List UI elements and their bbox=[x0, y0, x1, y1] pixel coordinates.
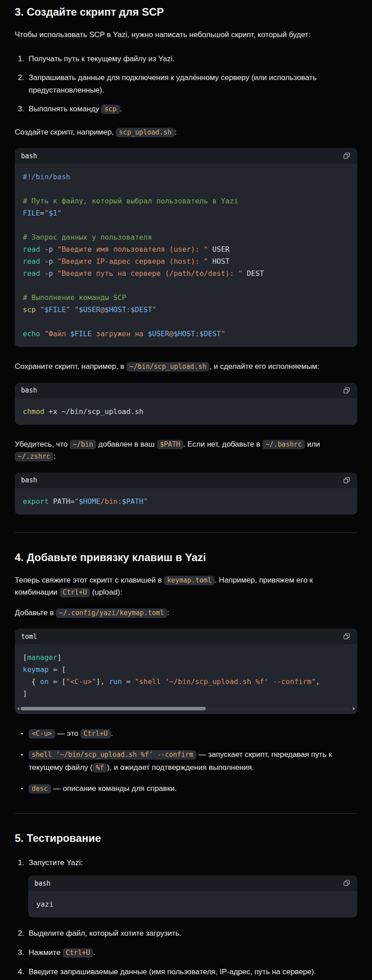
copy-icon bbox=[343, 477, 350, 484]
code-token: +x ~/bin/scp_upload.sh bbox=[44, 407, 144, 416]
code-token: ] bbox=[57, 653, 62, 662]
code-language-label: bash bbox=[21, 386, 37, 394]
scroll-right-arrow-icon[interactable] bbox=[353, 707, 355, 710]
code-token: "<C-u>" bbox=[66, 677, 96, 686]
code-token: = [ bbox=[49, 665, 66, 674]
code-token: # Запрос данных у пользователя bbox=[23, 233, 152, 241]
code-block-yazi: bash yazi bbox=[28, 875, 357, 917]
text-segment: : bbox=[175, 128, 177, 136]
code-token: @ bbox=[100, 305, 105, 314]
text-segment: . Если нет, добавьте в bbox=[183, 440, 262, 448]
scroll-left-arrow-icon[interactable] bbox=[17, 707, 19, 710]
code-token: " bbox=[57, 209, 62, 217]
code-token: read bbox=[23, 257, 40, 266]
code-token: = [ bbox=[49, 677, 66, 686]
code-token: keymap bbox=[23, 665, 49, 674]
code-line: chmod +x ~/bin/scp_upload.sh bbox=[23, 406, 349, 418]
code-token: echo bbox=[23, 329, 40, 338]
list-item-text: desc — описание команды для справки. bbox=[29, 782, 357, 795]
list-item-text: Нажмите Ctrl+U. bbox=[29, 946, 357, 959]
code-token: $HOME bbox=[79, 497, 100, 506]
code-token: $DEST bbox=[131, 305, 152, 314]
inline-code: keymap.toml bbox=[164, 576, 215, 585]
text-segment: Создайте скрипт, например, bbox=[15, 128, 116, 136]
horizontal-scrollbar[interactable] bbox=[15, 707, 357, 714]
testing-steps-list: 1. Запустите Yazi: bash yazi 2. Выделите… bbox=[15, 857, 357, 980]
inline-code: ~/bin bbox=[70, 440, 96, 449]
code-line bbox=[23, 219, 349, 231]
code-token: : bbox=[126, 305, 131, 314]
code-token: загружен на bbox=[92, 329, 148, 338]
code-token: # Выполнение команды SCP bbox=[23, 293, 126, 302]
copy-icon bbox=[343, 387, 350, 394]
text-segment: — описание команды для справки. bbox=[51, 784, 177, 793]
code-token: ] bbox=[23, 689, 27, 698]
code-token: FILE bbox=[23, 209, 40, 217]
text-segment: : bbox=[167, 608, 169, 617]
text-segment: Теперь свяжите этот скрипт с клавишей в bbox=[15, 576, 164, 584]
code-token bbox=[40, 257, 45, 266]
code-block-header: toml bbox=[15, 629, 357, 644]
code-token: "Введите имя пользователя (user): " bbox=[57, 245, 208, 253]
text-segment: или bbox=[305, 440, 320, 448]
code-token: -p bbox=[44, 269, 53, 278]
inline-code: <C-u> bbox=[29, 729, 55, 739]
code-token: -p bbox=[44, 257, 53, 266]
text-segment: ), и ожидает подтверждения выполнения. bbox=[107, 763, 254, 772]
copy-code-button[interactable] bbox=[342, 152, 351, 160]
list-item-text: Запустите Yazi: bbox=[29, 857, 357, 869]
code-token: " bbox=[152, 305, 156, 314]
copy-code-button[interactable] bbox=[342, 632, 351, 641]
list-item: 3. Выполнять команду scp. bbox=[15, 103, 357, 115]
code-token: $1 bbox=[49, 209, 57, 217]
text-segment: : bbox=[53, 452, 55, 460]
text-segment: Запрашивать данные для подключения к уда… bbox=[29, 73, 317, 94]
code-token bbox=[40, 329, 45, 338]
text-segment: Чтобы использовать SCP в Yazi, нужно нап… bbox=[15, 30, 311, 39]
text-segment: . bbox=[93, 948, 95, 957]
code-language-label: bash bbox=[21, 152, 37, 160]
code-token: manager bbox=[27, 653, 57, 662]
code-token: $DEST bbox=[199, 329, 221, 338]
code-token bbox=[70, 305, 75, 314]
code-content: yazi bbox=[28, 891, 357, 917]
section-divider bbox=[15, 813, 357, 814]
list-item: 4. Введите запрашиваемые данные (имя пол… bbox=[15, 966, 357, 978]
copy-code-button[interactable] bbox=[342, 476, 351, 485]
code-token: yazi bbox=[36, 900, 54, 908]
copy-code-button[interactable] bbox=[342, 879, 351, 887]
scrollbar-thumb[interactable] bbox=[21, 707, 206, 710]
section-4-heading: 4. Добавьте привязку клавиш в Yazi bbox=[15, 551, 357, 564]
code-token: " bbox=[75, 305, 79, 314]
code-token: : bbox=[195, 329, 199, 338]
code-token bbox=[53, 269, 57, 278]
code-line: echo "Файл $FILE загружен на $USER@$HOST… bbox=[23, 328, 349, 340]
save-script-paragraph: Сохраните скрипт, например, в ~/bin/scp_… bbox=[15, 360, 357, 373]
copy-code-button[interactable] bbox=[342, 386, 351, 395]
text-segment: Выполнять команду bbox=[29, 105, 101, 113]
code-token: # Путь к файлу, который выбрал пользоват… bbox=[23, 197, 238, 205]
code-token: " bbox=[44, 209, 49, 217]
text-segment: Получать путь к текущему файлу из Yazi. bbox=[29, 55, 174, 63]
code-block-header: bash bbox=[15, 473, 357, 488]
code-token: " bbox=[144, 497, 148, 506]
text-segment: . bbox=[120, 105, 122, 113]
code-token: $FILE bbox=[44, 305, 66, 314]
list-item-text: Выделите файл, который хотите загрузить. bbox=[29, 927, 357, 940]
inline-code: shell '~/bin/scp_upload.sh %f' --confirm bbox=[29, 750, 196, 760]
inline-code: ~/.zshrc bbox=[15, 452, 53, 461]
text-segment: Нажмите bbox=[29, 948, 63, 957]
inline-code: scp_upload.sh bbox=[116, 128, 174, 137]
code-token: "Введите IP-адрес сервера (host): " bbox=[57, 257, 208, 266]
code-token bbox=[53, 257, 57, 266]
code-line: { on = ["<C-u>"], run = "shell '~/bin/sc… bbox=[23, 676, 349, 688]
list-item-number: 1. bbox=[18, 857, 29, 869]
section-5-heading: 5. Тестирование bbox=[15, 832, 357, 845]
code-language-label: bash bbox=[34, 879, 51, 887]
section-3-heading: 3. Создайте скрипт для SCP bbox=[15, 5, 357, 19]
inline-code: Ctrl+U bbox=[63, 948, 93, 958]
code-token: $FILE bbox=[70, 329, 92, 338]
scrollbar-track[interactable] bbox=[21, 707, 351, 710]
bullet-icon bbox=[21, 754, 23, 756]
keymap-notes-list: <C-u> — это Ctrl+U. shell '~/bin/scp_upl… bbox=[15, 727, 357, 795]
